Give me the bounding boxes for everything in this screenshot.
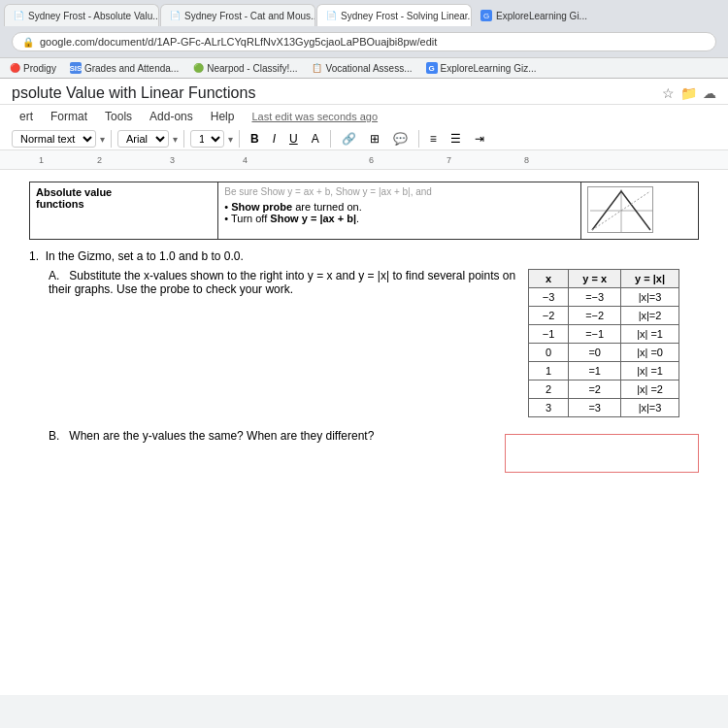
- sub-a-text: Substitute the x-values shown to the rig…: [49, 269, 515, 296]
- doc-title-icons: ☆ 📁 ☁: [662, 85, 716, 101]
- data-table: x y = x y = |x| −3 =−3 |x|=3: [528, 269, 679, 417]
- x-val-5: 1: [528, 362, 569, 381]
- bookmark-grades-label: Grades and Attenda...: [84, 63, 179, 74]
- separator-5: [418, 130, 419, 148]
- header-instruction-line1: Be sure Show y = ax + b, Show y = |ax + …: [224, 186, 575, 197]
- table-row: −3 =−3 |x|=3: [528, 288, 678, 307]
- yabsx-val-3: |x| =1: [621, 325, 679, 344]
- table-row: 3 =3 |x|=3: [528, 399, 678, 417]
- vocational-icon: 📋: [312, 62, 323, 74]
- yx-val-5: =1: [569, 362, 621, 381]
- cloud-icon[interactable]: ☁: [703, 85, 716, 101]
- ruler-mark-4: 4: [243, 155, 248, 165]
- yx-val-7: =3: [569, 399, 621, 417]
- menu-addons[interactable]: Add-ons: [142, 107, 201, 126]
- header-col3: [580, 182, 698, 240]
- doc-title-bar: psolute Value with Linear Functions ☆ 📁 …: [0, 79, 728, 105]
- image-button[interactable]: ⊞: [365, 130, 384, 148]
- header-title: Absolute valuefunctions: [36, 186, 112, 210]
- tab-1[interactable]: 📄 Sydney Frost - Absolute Valu... ×: [4, 4, 159, 26]
- tab-4-label: ExploreLearning Gi...: [496, 11, 587, 21]
- yabsx-val-1: |x|=3: [621, 288, 679, 307]
- table-row: −2 =−2 |x|=2: [528, 307, 678, 325]
- tab-3[interactable]: 📄 Sydney Frost - Solving Linear... ×: [316, 4, 472, 26]
- address-bar[interactable]: 🔒 google.com/document/d/1AP-GFc-ALrLCYqR…: [12, 32, 716, 51]
- x-val-6: 2: [528, 381, 569, 399]
- ruler-mark-8: 8: [524, 155, 529, 165]
- indent-button[interactable]: ⇥: [470, 130, 489, 148]
- question-1-text: In the Gizmo, set a to 1.0 and b to 0.0.: [46, 249, 244, 263]
- col-yx-header: y = x: [569, 270, 621, 288]
- bookmark-grades[interactable]: SIS Grades and Attenda...: [67, 61, 182, 75]
- separator-2: [183, 130, 184, 148]
- question-1: 1. In the Gizmo, set a to 1.0 and b to 0…: [29, 249, 699, 263]
- ruler-mark-2: 2: [97, 155, 102, 165]
- sub-a-label: A.: [49, 269, 66, 282]
- tab-2[interactable]: 📄 Sydney Frost - Cat and Mous... ×: [160, 4, 315, 26]
- style-dropdown[interactable]: Normal text: [12, 130, 96, 148]
- bookmark-vocational[interactable]: 📋 Vocational Assess...: [309, 61, 415, 75]
- separator-4: [330, 130, 331, 148]
- document-area: psolute Value with Linear Functions ☆ 📁 …: [0, 79, 728, 695]
- yx-val-3: =−1: [569, 325, 621, 344]
- menu-bar: ert Format Tools Add-ons Help Last edit …: [0, 105, 728, 128]
- header-table: Absolute valuefunctions Be sure Show y =…: [29, 182, 699, 240]
- browser-chrome: 📄 Sydney Frost - Absolute Valu... × 📄 Sy…: [0, 0, 728, 79]
- bookmarks-bar: 🔴 Prodigy SIS Grades and Attenda... 🟢 Ne…: [0, 57, 728, 78]
- sub-b-answer-box: [485, 429, 699, 473]
- italic-button[interactable]: I: [268, 130, 281, 148]
- tab-1-label: Sydney Frost - Absolute Valu...: [28, 11, 159, 21]
- lock-icon: 🔒: [22, 37, 34, 48]
- star-icon[interactable]: ☆: [662, 85, 675, 101]
- tab-4[interactable]: G ExploreLearning Gi...: [473, 5, 595, 26]
- menu-help[interactable]: Help: [203, 107, 243, 126]
- header-instruction-probe: • Show probe are turned on.: [224, 201, 575, 213]
- align-button[interactable]: ≡: [425, 130, 442, 148]
- ruler-mark-6: 6: [369, 155, 374, 165]
- link-button[interactable]: 🔗: [337, 130, 361, 148]
- tab-4-icon: G: [480, 10, 492, 21]
- folder-icon[interactable]: 📁: [680, 85, 697, 101]
- sub-question-b: B. When are the y-values the same? When …: [49, 429, 699, 473]
- tab-bar: 📄 Sydney Frost - Absolute Valu... × 📄 Sy…: [0, 0, 728, 26]
- sub-b-label: B.: [49, 429, 66, 443]
- underline-button[interactable]: U: [284, 130, 303, 148]
- bookmark-prodigy[interactable]: 🔴 Prodigy: [6, 61, 59, 75]
- bookmark-explorelearning-label: ExploreLearning Giz...: [441, 63, 537, 74]
- tab-3-label: Sydney Frost - Solving Linear...: [341, 11, 472, 21]
- dropdown-arrow: ▾: [100, 134, 105, 145]
- list-button[interactable]: ☰: [446, 130, 466, 148]
- prodigy-icon: 🔴: [9, 62, 20, 74]
- comment-button[interactable]: 💬: [388, 130, 413, 148]
- formatting-toolbar: Normal text ▾ Arial ▾ 11 ▾ B I U A 🔗 ⊞ 💬…: [0, 128, 728, 150]
- sub-question-a: A. Substitute the x-values shown to the …: [49, 269, 699, 417]
- tab-2-icon: 📄: [169, 10, 181, 21]
- bookmark-explorelearning[interactable]: G ExploreLearning Giz...: [423, 61, 540, 75]
- yabsx-val-5: |x| =1: [621, 362, 679, 381]
- yx-val-2: =−2: [569, 307, 621, 325]
- sub-a-left: A. Substitute the x-values shown to the …: [49, 269, 518, 296]
- yabsx-val-4: |x| =0: [621, 344, 679, 362]
- answer-box-b[interactable]: [505, 434, 699, 473]
- table-row: 2 =2 |x| =2: [528, 381, 678, 399]
- col-yabsx-header: y = |x|: [621, 270, 679, 288]
- sub-b-content: B. When are the y-values the same? When …: [49, 429, 699, 473]
- x-val-1: −3: [528, 288, 569, 307]
- menu-ert[interactable]: ert: [12, 107, 41, 126]
- menu-format[interactable]: Format: [43, 107, 95, 126]
- yabsx-val-2: |x|=2: [621, 307, 679, 325]
- yx-val-4: =0: [569, 344, 621, 362]
- x-val-4: 0: [528, 344, 569, 362]
- font-dropdown[interactable]: Arial: [117, 130, 169, 148]
- bookmark-prodigy-label: Prodigy: [23, 63, 56, 74]
- last-edit: Last edit was seconds ago: [251, 111, 378, 122]
- color-button[interactable]: A: [307, 130, 324, 148]
- bookmark-nearpod[interactable]: 🟢 Nearpod - Classify!...: [189, 61, 300, 75]
- size-dropdown[interactable]: 11: [190, 130, 224, 148]
- menu-tools[interactable]: Tools: [97, 107, 140, 126]
- yabsx-val-7: |x|=3: [621, 399, 679, 417]
- table-row: 1 =1 |x| =1: [528, 362, 678, 381]
- bold-button[interactable]: B: [246, 130, 264, 148]
- ruler-mark-7: 7: [447, 155, 451, 165]
- sub-a-content: A. Substitute the x-values shown to the …: [49, 269, 699, 417]
